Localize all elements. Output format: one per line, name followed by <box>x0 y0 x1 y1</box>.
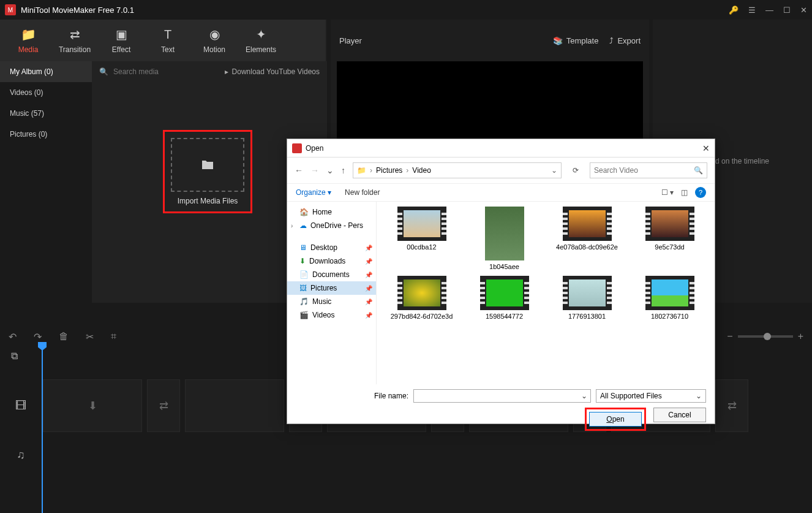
tab-label: Text <box>161 45 175 54</box>
dialog-search-input[interactable] <box>594 166 694 175</box>
tab-transition[interactable]: ⇄ Transition <box>51 20 98 61</box>
tab-motion[interactable]: ◉ Motion <box>191 20 238 61</box>
redo-icon[interactable]: ↷ <box>34 331 42 343</box>
cancel-button[interactable]: Cancel <box>653 408 706 422</box>
help-icon[interactable]: ? <box>695 187 706 198</box>
crop-icon[interactable]: ⌗ <box>111 331 116 342</box>
tab-text[interactable]: T Text <box>145 20 191 61</box>
tab-label: Effect <box>112 45 130 54</box>
folder-icon: 📁 <box>357 166 366 175</box>
pin-icon: 📌 <box>365 285 372 292</box>
undo-icon[interactable]: ↶ <box>9 331 17 343</box>
breadcrumb-item[interactable]: Pictures <box>376 166 402 175</box>
close-icon[interactable]: ✕ <box>800 6 807 15</box>
chevron-down-icon[interactable]: ⌄ <box>551 166 557 175</box>
nav-pictures[interactable]: Pictures (0) <box>0 124 92 145</box>
new-folder-button[interactable]: New folder <box>345 188 380 197</box>
nav-videos[interactable]: Videos (0) <box>0 82 92 103</box>
search-icon: 🔍 <box>694 166 703 175</box>
folder-tree: 🏠Home ›☁OneDrive - Pers 🖥Desktop📌 ⬇Downl… <box>287 202 377 384</box>
view-mode-icon[interactable]: ☐ ▾ <box>661 188 674 197</box>
app-title: MiniTool MovieMaker Free 7.0.1 <box>21 6 729 15</box>
track-slot[interactable]: ⬇ <box>43 379 142 432</box>
open-button[interactable]: Open <box>589 412 642 427</box>
tree-desktop[interactable]: 🖥Desktop📌 <box>287 241 376 254</box>
breadcrumb-item[interactable]: Video <box>412 166 430 175</box>
preview-pane-icon[interactable]: ◫ <box>681 188 688 197</box>
zoom-out-icon[interactable]: − <box>727 331 732 342</box>
music-icon: 🎵 <box>299 297 309 306</box>
zoom-in-icon[interactable]: + <box>798 331 803 342</box>
file-item[interactable]: 00cdba12 <box>382 207 462 271</box>
audio-track[interactable]: ♫ <box>0 435 812 474</box>
tree-music[interactable]: 🎵Music📌 <box>287 295 376 308</box>
sparkle-icon: ▣ <box>116 27 127 42</box>
file-item[interactable]: 4e078a08-dc09e62e <box>547 207 627 271</box>
organize-button[interactable]: Organize ▾ <box>296 188 331 197</box>
nav-up-icon[interactable]: ↑ <box>341 165 345 175</box>
playhead[interactable] <box>42 346 43 513</box>
folder-icon <box>199 158 216 172</box>
file-item[interactable]: 1598544772 <box>464 276 544 321</box>
track-slot[interactable] <box>185 379 284 432</box>
home-icon: 🏠 <box>299 208 309 216</box>
dialog-search[interactable]: 🔍 <box>590 162 707 178</box>
refresh-icon[interactable]: ⟳ <box>573 166 579 175</box>
tab-effect[interactable]: ▣ Effect <box>98 20 145 61</box>
youtube-icon: ▸ <box>225 67 228 76</box>
menu-icon[interactable]: ☰ <box>748 6 756 15</box>
key-icon[interactable]: 🔑 <box>729 6 739 15</box>
tree-videos[interactable]: 🎬Videos📌 <box>287 308 376 322</box>
media-panel: 📁 Media ⇄ Transition ▣ Effect T Text ◉ <box>0 20 327 303</box>
filter-label: All Supported Files <box>600 392 662 400</box>
tree-home[interactable]: 🏠Home <box>287 205 376 219</box>
download-youtube-label: Download YouTube Videos <box>232 67 320 76</box>
maximize-icon[interactable]: ☐ <box>783 6 791 15</box>
tab-elements[interactable]: ✦ Elements <box>238 20 284 61</box>
file-open-dialog: Open ✕ ← → ⌄ ↑ 📁 › Pictures › Video ⌄ ⟳ … <box>287 139 715 424</box>
dialog-logo <box>292 143 302 153</box>
download-icon: ⬇ <box>299 257 306 265</box>
delete-icon[interactable]: 🗑 <box>59 331 69 342</box>
file-item[interactable]: 1802736710 <box>630 276 710 321</box>
dialog-title: Open <box>306 144 323 153</box>
tree-downloads[interactable]: ⬇Downloads📌 <box>287 254 376 268</box>
file-item[interactable]: 9e5c73dd <box>630 207 710 271</box>
tab-media[interactable]: 📁 Media <box>5 20 51 61</box>
export-button[interactable]: ⤴ Export <box>609 36 641 45</box>
template-button[interactable]: 📚 Template <box>553 36 599 45</box>
file-type-filter[interactable]: All Supported Files ⌄ <box>596 389 706 403</box>
file-item[interactable]: 297bd842-6d702e3d <box>382 276 462 321</box>
nav-back-icon[interactable]: ← <box>295 165 303 175</box>
filename-input[interactable] <box>413 389 591 403</box>
template-label: Template <box>566 36 599 45</box>
zoom-slider[interactable]: − + <box>727 331 803 342</box>
tree-onedrive[interactable]: ›☁OneDrive - Pers <box>287 219 376 232</box>
export-icon: ⤴ <box>609 36 614 45</box>
tree-documents[interactable]: 📄Documents📌 <box>287 268 376 281</box>
import-label: Import Media Files <box>178 197 238 205</box>
address-bar[interactable]: 📁 › Pictures › Video ⌄ <box>353 162 562 178</box>
nav-recent-icon[interactable]: ⌄ <box>326 165 334 175</box>
motion-icon: ◉ <box>209 27 220 42</box>
folder-icon: 📁 <box>21 27 36 42</box>
nav-music[interactable]: Music (57) <box>0 103 92 124</box>
tree-pictures[interactable]: 🖼Pictures📌 <box>287 281 376 295</box>
cut-icon[interactable]: ✂ <box>86 331 94 343</box>
chevron-down-icon[interactable]: ⌄ <box>581 392 587 400</box>
search-input[interactable] <box>113 67 220 76</box>
layers-icon[interactable]: ⧉ <box>11 351 18 362</box>
dialog-close-icon[interactable]: ✕ <box>702 143 710 153</box>
file-item[interactable]: 1776913801 <box>547 276 627 321</box>
nav-forward-icon[interactable]: → <box>310 165 319 175</box>
filename-label: File name: <box>374 392 408 400</box>
minimize-icon[interactable]: — <box>765 6 773 15</box>
expand-icon[interactable]: › <box>291 222 293 229</box>
import-media-box[interactable]: Import Media Files <box>163 130 252 213</box>
file-item[interactable]: 1b045aee <box>464 207 544 271</box>
app-logo: M <box>5 4 16 15</box>
transition-slot[interactable]: ⇄ <box>147 379 180 432</box>
download-youtube-button[interactable]: ▸ Download YouTube Videos <box>225 67 320 76</box>
nav-my-album[interactable]: My Album (0) <box>0 61 92 82</box>
transition-slot[interactable]: ⇄ <box>715 379 748 432</box>
